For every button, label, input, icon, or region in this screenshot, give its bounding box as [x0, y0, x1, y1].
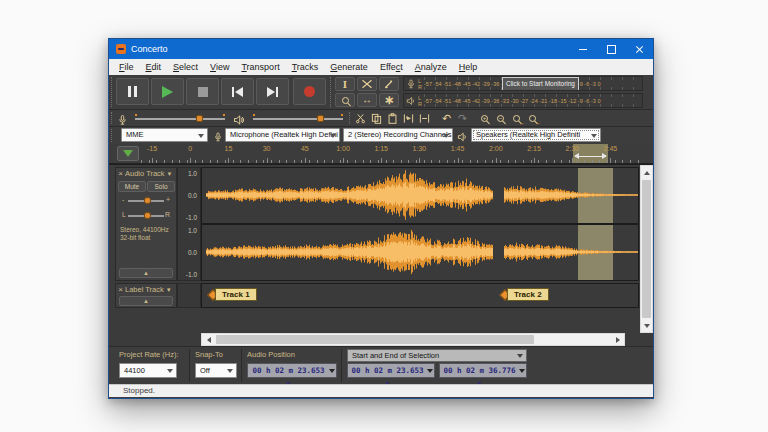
undo-button[interactable]: ↶ [439, 111, 454, 125]
waveform-left-channel[interactable] [202, 168, 638, 223]
transport-toolbar-grip[interactable] [111, 77, 115, 107]
label-track-menu-icon[interactable]: ▼ [166, 287, 172, 293]
timeline-ruler[interactable]: -1501530451:001:151:301:452:002:152:302:… [139, 144, 639, 163]
menu-generate[interactable]: Generate [324, 62, 374, 72]
playback-meter[interactable]: LR -57 -54 -51 -48 -45 -42 -39 -36 -33 -… [403, 93, 643, 108]
gain-slider[interactable]: - + [120, 194, 172, 206]
vertical-scrollbar[interactable] [640, 165, 653, 333]
vertical-scroll-thumb[interactable] [642, 180, 651, 318]
menu-select[interactable]: Select [167, 62, 204, 72]
menu-edit[interactable]: Edit [140, 62, 168, 72]
label-track-title[interactable]: Label Track [125, 285, 164, 294]
timeline-options-button[interactable] [117, 146, 139, 161]
recording-volume-thumb[interactable] [196, 115, 203, 122]
label-tag-2[interactable]: Track 2 [507, 288, 549, 301]
waveform-right-channel[interactable] [202, 225, 638, 280]
menu-tracks[interactable]: Tracks [286, 62, 325, 72]
menu-file[interactable]: File [113, 62, 140, 72]
trim-audio-button[interactable] [401, 111, 416, 125]
silence-audio-button[interactable] [417, 111, 432, 125]
playback-volume-thumb[interactable] [317, 115, 324, 122]
pause-button[interactable] [116, 78, 149, 105]
menu-bar[interactable]: FileEditSelectViewTransportTracksGenerat… [109, 59, 653, 75]
selection-tool-button[interactable]: I [335, 77, 355, 91]
menu-view[interactable]: View [204, 62, 235, 72]
ruler-tick [172, 160, 173, 163]
menu-transport[interactable]: Transport [235, 62, 285, 72]
time-shift-tool-button[interactable]: ↔ [357, 93, 377, 107]
fit-selection-button[interactable]: ↔ [509, 111, 524, 125]
draw-tool-button[interactable] [379, 77, 399, 91]
label-track-collapse-button[interactable]: ▲ [119, 296, 173, 306]
multi-tool-button[interactable]: ∗ [379, 93, 399, 107]
snap-to-dropdown[interactable]: Off [195, 363, 237, 378]
zoom-tool-button[interactable] [335, 93, 355, 107]
scroll-up-button[interactable] [641, 166, 652, 179]
solo-button[interactable]: Solo [147, 181, 175, 192]
audio-track-title[interactable]: Audio Track [125, 169, 165, 178]
label-track-content[interactable]: Track 1Track 2 [201, 283, 639, 308]
ruler-tick [309, 160, 310, 163]
recording-channels-dropdown[interactable]: 2 (Stereo) Recording Channels [343, 128, 453, 142]
menu-help[interactable]: Help [453, 62, 484, 72]
record-button[interactable] [293, 78, 326, 105]
scroll-right-button[interactable] [611, 334, 624, 345]
close-button[interactable] [625, 39, 653, 59]
play-button[interactable] [151, 78, 184, 105]
stop-icon [198, 87, 208, 97]
magnifier-icon [342, 97, 349, 104]
audio-host-dropdown[interactable]: MME [121, 128, 208, 142]
audio-position-field[interactable]: 00 h 02 m 23.653 s [247, 363, 337, 378]
copy-button[interactable] [369, 111, 384, 125]
horizontal-scrollbar[interactable] [201, 333, 625, 346]
fit-project-button[interactable]: ⇔ [525, 111, 540, 125]
recording-meter[interactable]: LR -57 -54 -51 -48 -45 -42 -39 -36 -33 -… [403, 76, 643, 91]
project-rate-dropdown[interactable]: 44100 [119, 363, 177, 378]
recording-volume-slider[interactable] [135, 113, 225, 123]
label-track-close-icon[interactable]: × [116, 285, 125, 294]
paste-button[interactable] [385, 111, 400, 125]
tools-toolbar-grip[interactable] [330, 77, 334, 107]
zoom-out-button[interactable]: − [493, 111, 508, 125]
label-tag-1[interactable]: Track 1 [215, 288, 257, 301]
playback-device-dropdown[interactable]: Speakers (Realtek High Definiti [471, 128, 601, 142]
audio-track-menu-icon[interactable]: ▼ [167, 171, 173, 177]
playback-volume-slider[interactable] [253, 113, 343, 123]
selection-mode-dropdown[interactable]: Start and End of Selection [347, 349, 527, 362]
mute-button[interactable]: Mute [118, 181, 146, 192]
skip-to-start-button[interactable] [221, 78, 254, 105]
stop-button[interactable] [186, 78, 219, 105]
ruler-value: 0.0 [188, 192, 197, 199]
menu-analyze[interactable]: Analyze [409, 62, 453, 72]
audio-track-close-icon[interactable]: × [116, 169, 125, 178]
selection-start-field[interactable]: 00 h 02 m 23.653 s [347, 363, 435, 378]
gain-thumb[interactable] [144, 197, 151, 204]
recording-device-dropdown[interactable]: Microphone (Realtek High Defini [225, 128, 340, 142]
audio-track-content[interactable] [201, 167, 639, 281]
monitoring-tooltip[interactable]: Click to Start Monitoring [502, 77, 579, 90]
zoom-out-icon: − [497, 115, 504, 122]
pan-thumb[interactable] [144, 212, 151, 219]
ruler-label: 1:00 [336, 145, 350, 152]
maximize-button[interactable] [597, 39, 625, 59]
scroll-left-button[interactable] [202, 334, 215, 345]
title-bar[interactable]: Concerto [109, 39, 653, 59]
menu-effect[interactable]: Effect [374, 62, 409, 72]
selection-end-field[interactable]: 00 h 02 m 36.776 s [439, 363, 527, 378]
scroll-down-button[interactable] [641, 319, 652, 332]
zoom-in-button[interactable]: + [477, 111, 492, 125]
audio-track-collapse-button[interactable]: ▲ [119, 268, 173, 278]
envelope-tool-button[interactable] [357, 77, 377, 91]
redo-button[interactable]: ↷ [455, 111, 470, 125]
mixer-toolbar-grip[interactable] [111, 112, 115, 124]
audio-track-panel: × Audio Track ▼ Mute Solo - + L R Stereo… [115, 167, 177, 281]
horizontal-scroll-thumb[interactable] [216, 335, 534, 344]
cut-button[interactable] [353, 111, 368, 125]
ruler-tick [301, 160, 302, 163]
device-toolbar-grip[interactable] [111, 129, 115, 142]
skip-to-end-button[interactable] [256, 78, 289, 105]
ruler-tick [447, 160, 448, 163]
timeline[interactable]: -1501530451:001:151:301:452:002:152:302:… [109, 144, 653, 164]
pan-slider[interactable]: L R [120, 209, 172, 221]
minimize-button[interactable] [569, 39, 597, 59]
